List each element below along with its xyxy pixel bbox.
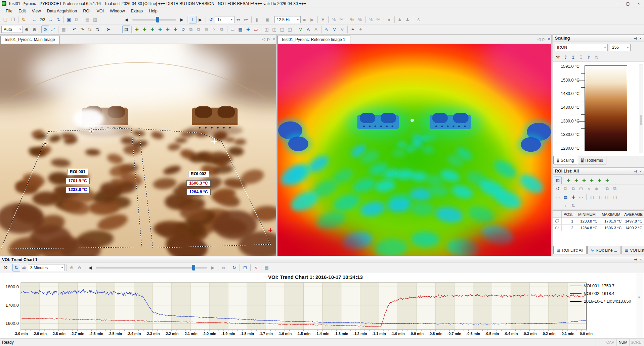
- zoom-in-button[interactable]: ⊕: [23, 26, 31, 33]
- roi-align-4-button[interactable]: ◫: [611, 193, 619, 201]
- nav-forward-button[interactable]: →: [47, 16, 54, 23]
- roi-delete-button[interactable]: ×: [585, 185, 593, 193]
- trend-scrollbar[interactable]: ▼: [636, 273, 643, 338]
- roi-add-ellipse-button[interactable]: ✚: [580, 177, 588, 184]
- play-button[interactable]: ▶: [197, 16, 204, 23]
- roi-add-free-button[interactable]: ✚: [603, 177, 611, 184]
- trend-axis-vertical-button[interactable]: ⇅: [12, 264, 20, 271]
- isoline-area-button[interactable]: A: [304, 26, 312, 33]
- voi-outline-button[interactable]: V: [338, 26, 346, 33]
- roi-align-1-button[interactable]: ◫: [588, 193, 596, 201]
- roi-zoom-button[interactable]: ⊕: [593, 185, 600, 193]
- seek-slider[interactable]: [132, 16, 176, 23]
- seek-end-button[interactable]: ▶: [178, 16, 186, 23]
- frequency-select[interactable]: 12.5 Hz▼: [274, 16, 301, 23]
- voi-value-button[interactable]: V: [331, 26, 338, 33]
- down-arrow-icon[interactable]: ▼: [637, 295, 641, 299]
- close-icon[interactable]: ×: [640, 169, 642, 173]
- levels-select[interactable]: 256▼: [610, 44, 631, 51]
- trend-seek-start-button[interactable]: ◀: [86, 264, 94, 271]
- blob-tool-button[interactable]: ●: [385, 16, 393, 23]
- roi-col-POS.[interactable]: POS.: [561, 211, 575, 218]
- arrange-right-button[interactable]: ◫: [270, 26, 278, 33]
- roi-stop-button[interactable]: ▭: [577, 193, 585, 201]
- roi-col-MAXIMUM[interactable]: MAXIMUM: [599, 211, 623, 218]
- pin-icon[interactable]: ⊤: [633, 169, 637, 173]
- arrange-left-button[interactable]: ◫: [263, 26, 270, 33]
- menu-file[interactable]: File: [3, 8, 15, 14]
- rotate-right-button[interactable]: ↷: [78, 26, 86, 33]
- roi-add-polygon-button[interactable]: ✚: [572, 177, 580, 184]
- duplicate-roi-button[interactable]: ⧉: [218, 26, 226, 33]
- menu-edit[interactable]: Edit: [15, 8, 29, 14]
- nav-back-button[interactable]: ←: [31, 16, 38, 23]
- percent-high-set-button[interactable]: %: [375, 16, 382, 23]
- roi-align-2-button[interactable]: ◫: [596, 193, 603, 201]
- select-roi-tool-button[interactable]: ⊡: [122, 26, 130, 33]
- seek-slider-thumb[interactable]: [156, 17, 159, 22]
- roi-add-line-button[interactable]: ✚: [588, 177, 596, 184]
- print-button[interactable]: ▤: [84, 16, 91, 23]
- copy-image-button[interactable]: ⧉: [73, 16, 81, 23]
- roi-undo-button[interactable]: ↺: [554, 185, 562, 193]
- menu-roi[interactable]: ROI: [80, 8, 93, 14]
- new-document-button[interactable]: ❏: [1, 16, 9, 23]
- step-back-button[interactable]: ↤: [234, 16, 242, 23]
- scale-span-button[interactable]: ⇕: [585, 53, 593, 61]
- pin-icon[interactable]: ⊤: [633, 37, 637, 40]
- import-roi-button[interactable]: ⊟: [203, 26, 210, 33]
- roi-copy-button[interactable]: ⧉: [562, 185, 569, 193]
- menu-extras[interactable]: Extras: [128, 8, 145, 14]
- roi-outline-button[interactable]: ▭: [554, 193, 562, 201]
- trend-link-button[interactable]: ∞: [220, 264, 227, 271]
- pixel-grid-button[interactable]: ▦: [60, 26, 68, 33]
- paste-roi-button[interactable]: ⧉: [195, 26, 203, 33]
- tab-scroll-right-icon[interactable]: ▷: [267, 37, 270, 41]
- add-roi-point-button[interactable]: ✚: [164, 26, 172, 33]
- minimize-button[interactable]: –: [612, 0, 622, 7]
- roi-add-point-button[interactable]: ✚: [596, 177, 603, 184]
- formula-tool-button[interactable]: ∿: [323, 26, 331, 33]
- close-icon[interactable]: ×: [640, 257, 642, 262]
- isoline-value-button[interactable]: V: [297, 26, 304, 33]
- flip-horizontal-button[interactable]: ⇆: [86, 26, 94, 33]
- undo-roi-button[interactable]: ↺: [179, 26, 187, 33]
- zoom-fit-button[interactable]: ⤢: [49, 26, 57, 33]
- trend-zoom-out-button[interactable]: ⊖: [76, 264, 83, 271]
- tab-scroll-right-icon[interactable]: ▷: [543, 37, 545, 41]
- loop-button[interactable]: ↺: [207, 16, 215, 23]
- roi-import-button[interactable]: ⧉: [603, 185, 611, 193]
- roi-sort-button[interactable]: ⇅: [569, 202, 577, 209]
- add-roi-ellipse-button[interactable]: ✚: [148, 26, 156, 33]
- arrange-bottom-button[interactable]: ◫: [286, 26, 294, 33]
- seek-start-button[interactable]: ◀: [123, 16, 130, 23]
- roi-col-shape[interactable]: [553, 211, 562, 218]
- goto-frame-button[interactable]: ↴: [54, 16, 62, 23]
- add-roi-rectangle-button[interactable]: ✚: [133, 26, 141, 33]
- filter-button[interactable]: ▼: [319, 16, 327, 23]
- scale-scrollbar[interactable]: [639, 64, 643, 153]
- reference-thermal-image[interactable]: [277, 44, 551, 256]
- trend-seek-end-button[interactable]: ▶: [209, 264, 217, 271]
- snapshot-button[interactable]: ▣: [264, 16, 271, 23]
- roi-marker-mode-button[interactable]: ✚: [244, 26, 252, 33]
- maximize-button[interactable]: ▢: [622, 0, 633, 7]
- dock-tab-voi-list-all[interactable]: ▦VOI List: All: [621, 246, 644, 254]
- trend-auto-range-button[interactable]: ⊡: [241, 264, 249, 271]
- roi-table-mode-button[interactable]: ▦: [237, 26, 244, 33]
- rotate-left-button[interactable]: ↶: [71, 26, 78, 33]
- roi-copy-all-button[interactable]: ⧉: [569, 185, 577, 193]
- trend-clear-button[interactable]: ×: [252, 264, 260, 271]
- roi-paste-button[interactable]: ⊟: [577, 185, 585, 193]
- scale-min-auto-button[interactable]: ↧: [577, 53, 585, 61]
- reload-document-button[interactable]: ↻: [20, 16, 28, 23]
- trend-axis-horizontal-button[interactable]: ⇄: [20, 264, 28, 271]
- pin-icon[interactable]: ⊤: [633, 258, 638, 261]
- roi-cross-button[interactable]: ✚: [569, 193, 577, 201]
- magic-auto-button[interactable]: ✦: [357, 26, 364, 33]
- add-voi-button[interactable]: ✚: [172, 26, 179, 33]
- arrange-top-button[interactable]: ◫: [278, 26, 286, 33]
- zoom-out-button[interactable]: ⊖: [31, 26, 38, 33]
- print-preview-button[interactable]: ▥: [91, 16, 99, 23]
- speed-select[interactable]: 1x▼: [215, 16, 234, 23]
